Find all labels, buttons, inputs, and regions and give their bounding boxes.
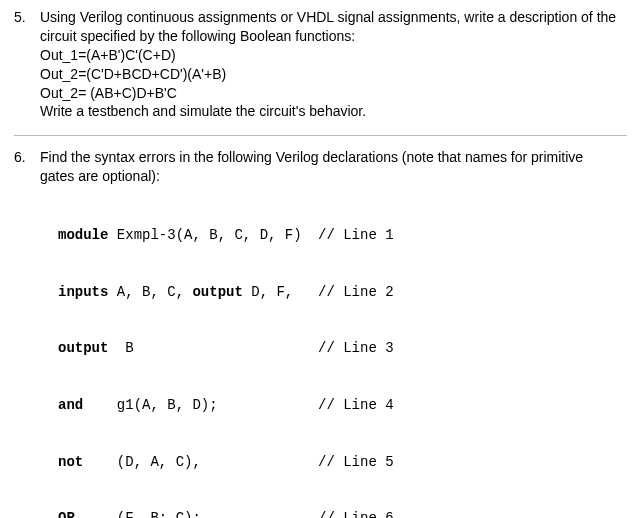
code-text: (D, A, C), bbox=[83, 454, 201, 470]
question-body: Using Verilog continuous assignments or … bbox=[40, 8, 627, 121]
code-line: module Exmpl-3(A, B, C, D, F)// Line 1 bbox=[58, 226, 627, 245]
code-text: g1(A, B, D); bbox=[83, 397, 217, 413]
keyword: module bbox=[58, 227, 108, 243]
keyword: inputs bbox=[58, 284, 108, 300]
question-number: 6. bbox=[14, 148, 40, 518]
code-text: A, B, C, bbox=[108, 284, 192, 300]
code-comment: // Line 2 bbox=[318, 283, 394, 302]
code-comment: // Line 4 bbox=[318, 396, 394, 415]
code-text: D, F, bbox=[243, 284, 293, 300]
code-line: not (D, A, C),// Line 5 bbox=[58, 453, 627, 472]
code-text: (F, B; C); bbox=[75, 510, 201, 518]
text-line: Write a testbench and simulate the circu… bbox=[40, 102, 627, 121]
code-comment: // Line 3 bbox=[318, 339, 394, 358]
keyword: output bbox=[58, 340, 108, 356]
question-6: 6. Find the syntax errors in the followi… bbox=[14, 148, 627, 518]
keyword: output bbox=[192, 284, 242, 300]
code-line: output B// Line 3 bbox=[58, 339, 627, 358]
keyword: and bbox=[58, 397, 83, 413]
code-line: inputs A, B, C, output D, F,// Line 2 bbox=[58, 283, 627, 302]
code-text: Exmpl-3(A, B, C, D, F) bbox=[108, 227, 301, 243]
code-comment: // Line 5 bbox=[318, 453, 394, 472]
code-line: and g1(A, B, D);// Line 4 bbox=[58, 396, 627, 415]
question-number: 5. bbox=[14, 8, 40, 121]
code-line: OR (F, B; C);// Line 6 bbox=[58, 509, 627, 518]
code-text: B bbox=[108, 340, 133, 356]
text-line: gates are optional): bbox=[40, 167, 627, 186]
question-5: 5. Using Verilog continuous assignments … bbox=[14, 8, 627, 121]
equation: Out_2=(C'D+BCD+CD')(A'+B) bbox=[40, 65, 627, 84]
text-line: Find the syntax errors in the following … bbox=[40, 148, 627, 167]
keyword: not bbox=[58, 454, 83, 470]
text-line: Using Verilog continuous assignments or … bbox=[40, 8, 627, 27]
text-line: circuit specified by the following Boole… bbox=[40, 27, 627, 46]
code-block: module Exmpl-3(A, B, C, D, F)// Line 1 i… bbox=[40, 188, 627, 518]
equation: Out_1=(A+B')C'(C+D) bbox=[40, 46, 627, 65]
code-comment: // Line 6 bbox=[318, 509, 394, 518]
question-body: Find the syntax errors in the following … bbox=[40, 148, 627, 518]
keyword: OR bbox=[58, 510, 75, 518]
equation: Out_2= (AB+C)D+B'C bbox=[40, 84, 627, 103]
code-comment: // Line 1 bbox=[318, 226, 394, 245]
separator bbox=[14, 135, 627, 136]
